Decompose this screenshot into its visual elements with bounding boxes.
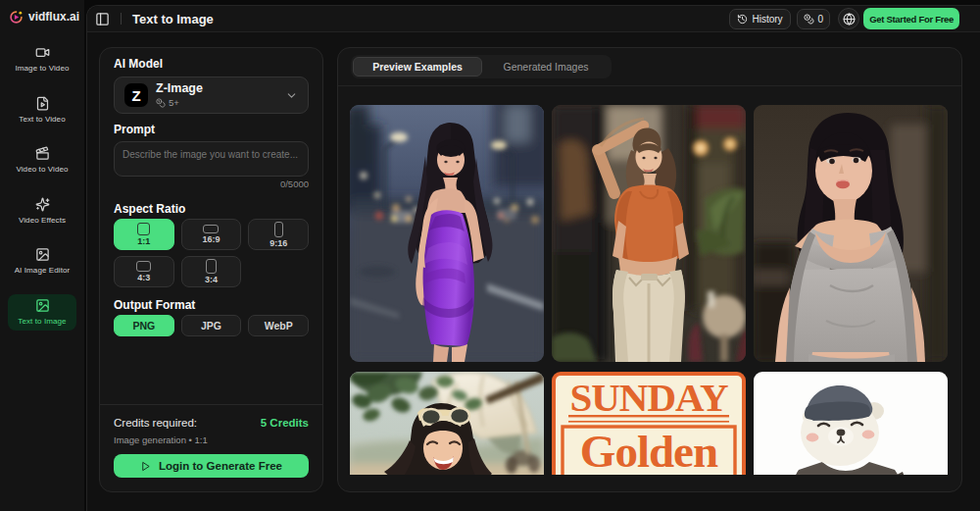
svg-text:SUNDAY: SUNDAY	[569, 375, 727, 420]
svg-text:Golden: Golden	[580, 426, 718, 475]
